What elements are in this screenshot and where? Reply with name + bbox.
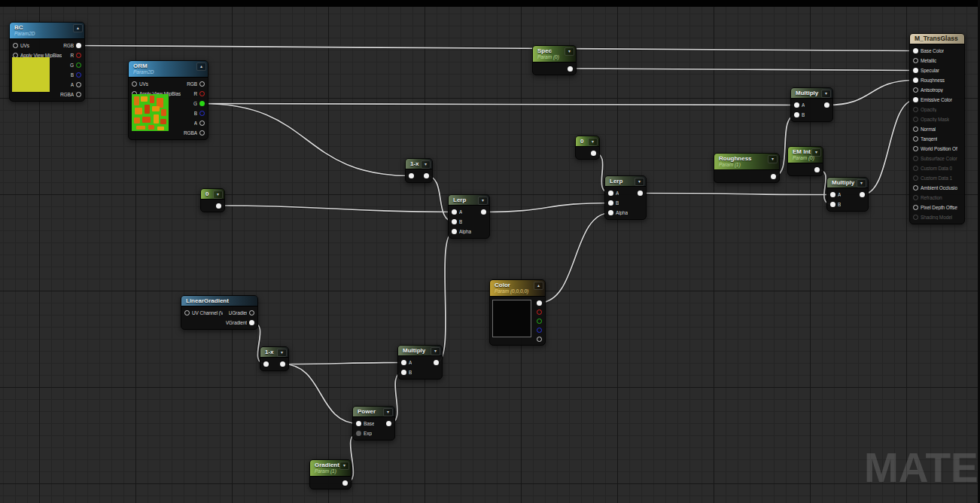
node-header[interactable]: Multiply▾ xyxy=(827,178,868,188)
node-header[interactable]: RoughnessParam (1)▾ xyxy=(714,154,779,170)
collapse-chevron-icon[interactable]: ▾ xyxy=(635,178,644,186)
collapse-chevron-icon[interactable]: ▴ xyxy=(534,282,543,290)
b-pin[interactable] xyxy=(794,112,799,117)
opacity-pin[interactable] xyxy=(913,107,918,112)
output-pin[interactable] xyxy=(860,192,865,197)
node-mtg[interactable]: M_TransGlassBase ColorMetallicSpecularRo… xyxy=(909,33,965,224)
collapse-chevron-icon[interactable]: ▾ xyxy=(383,408,393,416)
rgb-pin[interactable] xyxy=(199,81,205,87)
node-zero2[interactable]: 0▾ xyxy=(200,188,225,212)
alpha-pin[interactable] xyxy=(608,210,613,215)
input-pin[interactable] xyxy=(263,361,269,367)
output-pin[interactable] xyxy=(424,173,429,178)
exp-pin[interactable] xyxy=(356,431,361,436)
material-graph-canvas[interactable]: BCParam2D▴UVsRGBApply View MipBiasRGBARG… xyxy=(0,0,980,503)
node-rough[interactable]: RoughnessParam (1)▾ xyxy=(714,153,780,183)
node-lerp2[interactable]: Lerp▾ABAlpha xyxy=(604,175,647,220)
shading-model-pin[interactable] xyxy=(913,215,918,220)
b-pin[interactable] xyxy=(199,111,205,116)
node-header[interactable]: GradientParam (1)▾ xyxy=(310,460,351,477)
output-pin[interactable] xyxy=(280,361,285,367)
collapse-chevron-icon[interactable]: ▾ xyxy=(565,47,574,56)
a-pin[interactable] xyxy=(794,102,799,108)
world-position-offset-pin[interactable] xyxy=(913,146,918,151)
uv-channel-v2-pin[interactable] xyxy=(184,310,190,316)
node-spec[interactable]: SpecParam (0)▾ xyxy=(532,45,577,75)
output-pin[interactable] xyxy=(434,360,439,365)
node-header[interactable]: ORMParam2D▴ xyxy=(129,61,208,78)
node-header[interactable]: BCParam2D▴ xyxy=(10,23,84,39)
node-mul2[interactable]: Multiply▾AB xyxy=(826,177,869,212)
custom-data-1-pin[interactable] xyxy=(913,175,918,181)
specular-pin[interactable] xyxy=(913,68,918,73)
collapse-chevron-icon[interactable]: ▾ xyxy=(811,148,821,157)
g-pin[interactable] xyxy=(76,62,81,68)
rgb-pin[interactable] xyxy=(76,43,81,48)
output-pin[interactable] xyxy=(771,174,776,179)
node-header[interactable]: Power▾ xyxy=(353,407,394,417)
output-pin[interactable] xyxy=(216,203,221,209)
a-pin[interactable] xyxy=(830,192,835,197)
metallic-pin[interactable] xyxy=(913,58,918,63)
b-pin[interactable] xyxy=(76,72,81,78)
output-pin[interactable] xyxy=(537,309,542,315)
b-pin[interactable] xyxy=(401,370,406,375)
output-pin[interactable] xyxy=(481,209,486,215)
subsurface-color-pin[interactable] xyxy=(913,156,918,161)
input-pin[interactable] xyxy=(409,173,414,178)
node-om1[interactable]: 1-x▾ xyxy=(405,158,433,183)
base-pin[interactable] xyxy=(356,421,361,426)
uvs-pin[interactable] xyxy=(13,43,18,48)
output-pin[interactable] xyxy=(638,191,643,196)
base-color-pin[interactable] xyxy=(913,48,918,53)
node-bc[interactable]: BCParam2D▴UVsRGBApply View MipBiasRGBARG… xyxy=(9,22,85,102)
collapse-chevron-icon[interactable]: ▾ xyxy=(431,347,440,355)
rgba-pin[interactable] xyxy=(199,130,205,136)
a-pin[interactable] xyxy=(452,209,457,215)
tangent-pin[interactable] xyxy=(913,136,918,142)
output-pin[interactable] xyxy=(537,337,542,342)
collapse-chevron-icon[interactable]: ▾ xyxy=(857,179,866,187)
node-header[interactable]: 1-x▾ xyxy=(406,159,432,169)
node-lerp1[interactable]: Lerp▾ABAlpha xyxy=(448,194,490,239)
b-pin[interactable] xyxy=(608,200,613,206)
normal-pin[interactable] xyxy=(913,127,918,132)
node-header[interactable]: Lerp▾ xyxy=(449,195,489,206)
output-pin[interactable] xyxy=(537,319,542,324)
vgradient-pin[interactable] xyxy=(249,320,254,325)
node-zero1[interactable]: 0▾ xyxy=(575,136,600,160)
emissive-color-pin[interactable] xyxy=(913,97,918,102)
output-pin[interactable] xyxy=(386,421,391,426)
node-orm[interactable]: ORMParam2D▴UVsRGBApply View MipBiasRGBAR… xyxy=(128,60,208,140)
b-pin[interactable] xyxy=(452,219,457,224)
output-pin[interactable] xyxy=(591,151,596,156)
collapse-chevron-icon[interactable]: ▾ xyxy=(421,160,431,169)
custom-data-0-pin[interactable] xyxy=(913,166,918,171)
node-om2[interactable]: 1-x▾ xyxy=(260,346,289,371)
uvs-pin[interactable] xyxy=(132,81,137,87)
node-header[interactable]: 0▾ xyxy=(576,136,599,147)
collapse-chevron-icon[interactable]: ▾ xyxy=(213,191,223,199)
node-header[interactable]: M_TransGlass xyxy=(910,34,964,44)
roughness-pin[interactable] xyxy=(913,78,918,83)
pixel-depth-offset-pin[interactable] xyxy=(913,205,918,210)
collapse-chevron-icon[interactable]: ▾ xyxy=(277,349,287,357)
collapse-chevron-icon[interactable]: ▾ xyxy=(339,462,349,470)
opacity-mask-pin[interactable] xyxy=(913,117,918,122)
output-pin[interactable] xyxy=(537,300,542,306)
node-gradient[interactable]: GradientParam (1)▾ xyxy=(309,459,352,489)
r-pin[interactable] xyxy=(76,53,81,58)
ambient-occlusion-pin[interactable] xyxy=(913,185,918,191)
output-pin[interactable] xyxy=(568,66,573,72)
output-pin[interactable] xyxy=(342,480,348,486)
node-header[interactable]: Lerp▾ xyxy=(605,176,646,187)
node-header[interactable]: SpecParam (0)▾ xyxy=(533,46,576,62)
collapse-chevron-icon[interactable]: ▾ xyxy=(588,138,598,146)
a-pin[interactable] xyxy=(401,360,406,365)
output-pin[interactable] xyxy=(814,167,820,172)
refraction-pin[interactable] xyxy=(913,195,918,200)
node-header[interactable]: EM IntParam (0)▾ xyxy=(788,147,823,163)
output-pin[interactable] xyxy=(824,102,829,108)
node-lingrad[interactable]: LinearGradientUV Channel (V2)UGradientVG… xyxy=(181,295,258,330)
collapse-chevron-icon[interactable]: ▴ xyxy=(196,62,206,71)
